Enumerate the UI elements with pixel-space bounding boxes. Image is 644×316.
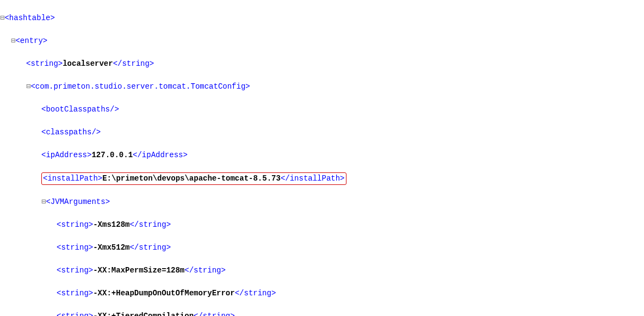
- code-line: <string>-XX:+HeapDumpOnOutOfMemoryError<…: [0, 288, 644, 299]
- text-jvm-arg: -Xms128m: [93, 220, 129, 229]
- code-line: ⊟<hashtable>: [0, 13, 644, 24]
- text-jvm-arg: -XX:+TieredCompilation: [93, 312, 194, 316]
- text-jvm-arg: -Xmx512m: [93, 243, 129, 252]
- xml-code-block: ⊟<hashtable> ⊟<entry> <string>localserve…: [0, 0, 644, 316]
- tag-ip-close: </ipAddress>: [133, 151, 188, 159]
- code-line: <string>-Xms128m</string>: [0, 219, 644, 231]
- text-ip: 127.0.0.1: [91, 151, 133, 159]
- tag-ip-open: <ipAddress>: [41, 151, 91, 159]
- tag-string-close: </string>: [194, 312, 235, 316]
- tag-installpath-close: </installPath>: [281, 174, 345, 183]
- tag-config-open: <com.primeton.studio.server.tomcat.Tomca…: [30, 82, 250, 91]
- tag-classpaths: <classpaths/>: [41, 128, 101, 137]
- tag-string-close: </string>: [184, 266, 226, 275]
- highlight-installpath: <installPath>E:\primeton\devops\apache-t…: [41, 172, 346, 185]
- text-localserver: localserver: [63, 59, 113, 68]
- code-line: <string>-XX:MaxPermSize=128m</string>: [0, 265, 644, 276]
- code-line: ⊟<com.primeton.studio.server.tomcat.Tomc…: [0, 81, 644, 92]
- tag-string-close: </string>: [129, 220, 171, 229]
- tag-string-open: <string>: [57, 289, 93, 298]
- code-line: <classpaths/>: [0, 127, 644, 138]
- tag-string-open: <string>: [26, 59, 63, 68]
- text-jvm-arg: -XX:MaxPermSize=128m: [93, 266, 184, 275]
- code-line: <string>localserver</string>: [0, 58, 644, 70]
- tag-bootclasspaths: <bootClasspaths/>: [41, 105, 119, 114]
- tag-string-open: <string>: [57, 266, 93, 275]
- code-line: <string>-XX:+TieredCompilation</string>: [0, 311, 644, 316]
- code-line: ⊟<JVMArguments>: [0, 196, 644, 208]
- tag-string-close: </string>: [129, 243, 171, 252]
- tag-hashtable-open: <hashtable>: [4, 14, 54, 22]
- code-line: <string>-Xmx512m</string>: [0, 242, 644, 253]
- text-jvm-arg: -XX:+HeapDumpOnOutOfMemoryError: [93, 289, 234, 298]
- code-line: <ipAddress>127.0.0.1</ipAddress>: [0, 150, 644, 161]
- tag-string-open: <string>: [57, 220, 93, 229]
- tag-string-close: </string>: [235, 289, 276, 298]
- tag-installpath-open: <installPath>: [43, 174, 102, 183]
- tag-entry-open: <entry>: [15, 36, 47, 45]
- code-line: ⊟<entry>: [0, 35, 644, 47]
- tag-string-open: <string>: [57, 312, 93, 316]
- code-line: <installPath>E:\primeton\devops\apache-t…: [0, 172, 644, 185]
- tag-string-open: <string>: [57, 243, 93, 252]
- tag-jvm-open: <JVMArguments>: [46, 197, 110, 206]
- code-line: <bootClasspaths/>: [0, 104, 644, 115]
- text-installpath: E:\primeton\devops\apache-tomcat-8.5.73: [102, 174, 281, 183]
- tag-string-close: </string>: [113, 59, 154, 68]
